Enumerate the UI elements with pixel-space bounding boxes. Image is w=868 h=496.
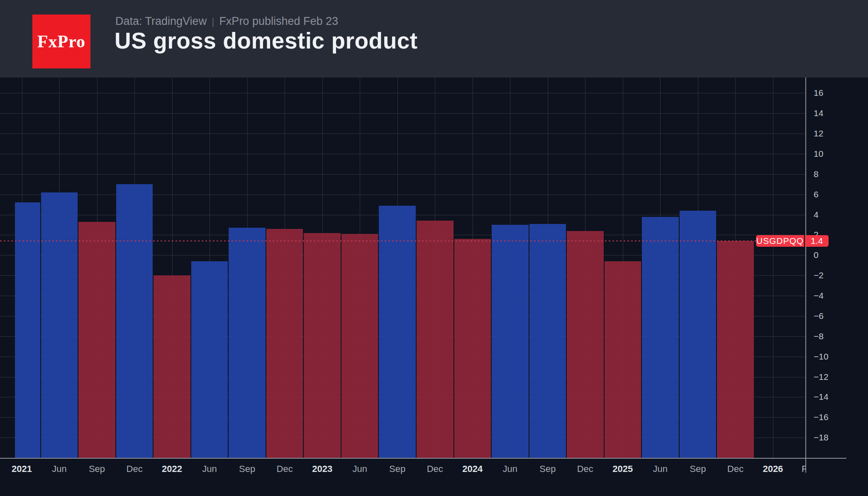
subtitle-separator: | bbox=[207, 16, 219, 27]
symbol-label: USGDPQQ bbox=[756, 235, 804, 247]
time-axis-label: 2021 bbox=[12, 464, 32, 474]
time-axis-label: Jun bbox=[52, 464, 66, 474]
gdp-bar[interactable] bbox=[492, 225, 529, 458]
fxpro-gdp-chart-page: 1614121086420−2−4−6−8−10−12−14−16−18 202… bbox=[0, 0, 868, 496]
last-price-value: 1.4 bbox=[805, 235, 829, 247]
gdp-bar[interactable] bbox=[154, 275, 190, 458]
time-axis-label: 2026 bbox=[763, 464, 783, 474]
time-axis-label: Jun bbox=[352, 464, 367, 474]
time-axis-label: Dec bbox=[727, 464, 744, 474]
gdp-bar[interactable] bbox=[304, 233, 341, 458]
price-axis-tick: −4 bbox=[814, 290, 824, 301]
published-label: FxPro published Feb 23 bbox=[219, 15, 338, 27]
time-axis-label: Sep bbox=[239, 464, 255, 474]
last-price-line bbox=[0, 241, 756, 241]
gdp-bar[interactable] bbox=[454, 239, 491, 458]
gdp-bar[interactable] bbox=[229, 228, 266, 458]
chart-subtitle: Data: TradingView|FxPro published Feb 23 bbox=[115, 15, 338, 28]
gdp-bar[interactable] bbox=[41, 192, 78, 458]
time-axis-label: Jun bbox=[653, 464, 668, 474]
price-axis-tick: 14 bbox=[814, 108, 823, 119]
time-axis-label: Jun bbox=[202, 464, 217, 474]
time-axis-label: Sep bbox=[690, 464, 706, 474]
gdp-bar[interactable] bbox=[341, 234, 378, 458]
gdp-bar[interactable] bbox=[680, 211, 717, 458]
price-axis-tick: −14 bbox=[814, 391, 829, 402]
price-axis-tick: −16 bbox=[814, 412, 829, 423]
price-axis-tick: −8 bbox=[814, 331, 824, 342]
time-axis-label: Sep bbox=[89, 464, 105, 474]
fxpro-logo-text: FxPro bbox=[37, 32, 85, 51]
gdp-bar[interactable] bbox=[379, 206, 416, 458]
price-axis-tick: 4 bbox=[814, 209, 819, 220]
price-axis-tick: −6 bbox=[814, 311, 824, 321]
gridline-horizontal bbox=[0, 134, 805, 134]
gridline-horizontal bbox=[0, 93, 805, 93]
data-source-label: Data: TradingView bbox=[115, 15, 207, 27]
price-axis-tick: −2 bbox=[814, 270, 824, 281]
time-axis-label: 2024 bbox=[462, 464, 483, 474]
page-title: US gross domestic product bbox=[115, 27, 418, 54]
price-axis-tick: 0 bbox=[814, 250, 819, 260]
price-axis-tick: 8 bbox=[814, 169, 819, 180]
price-axis-tick: −12 bbox=[814, 372, 829, 382]
gdp-bar[interactable] bbox=[529, 224, 566, 458]
time-axis-label: Dec bbox=[577, 464, 593, 474]
time-axis-label: Sep bbox=[389, 464, 405, 474]
gdp-bar[interactable] bbox=[191, 261, 228, 458]
time-axis-label: Jun bbox=[503, 464, 517, 474]
gdp-bar[interactable] bbox=[567, 231, 604, 458]
price-axis-tick: 16 bbox=[814, 88, 823, 98]
fxpro-logo: FxPro bbox=[32, 15, 90, 68]
price-axis-tick: 6 bbox=[814, 189, 819, 200]
time-axis-label: 2022 bbox=[162, 464, 182, 474]
time-axis-label: Dec bbox=[277, 464, 293, 474]
gridline-horizontal bbox=[0, 154, 805, 154]
price-axis-line bbox=[805, 78, 806, 473]
gridline-horizontal bbox=[0, 113, 805, 114]
gdp-bar[interactable] bbox=[717, 241, 754, 458]
gdp-bar[interactable] bbox=[266, 229, 303, 458]
time-axis-label: 2025 bbox=[612, 464, 633, 474]
gdp-bar[interactable] bbox=[605, 261, 641, 458]
gridline-vertical bbox=[773, 78, 773, 458]
time-axis-line bbox=[0, 458, 846, 459]
time-axis-label: Sep bbox=[539, 464, 556, 474]
time-axis-label: Dec bbox=[427, 464, 443, 474]
price-axis-tick: 12 bbox=[814, 128, 823, 139]
time-axis-label-clipped: F bbox=[802, 464, 806, 474]
gdp-bar[interactable] bbox=[642, 217, 679, 459]
gdp-bar[interactable] bbox=[417, 221, 454, 458]
header: FxPro Data: TradingView|FxPro published … bbox=[0, 0, 868, 78]
price-axis-tick: 10 bbox=[814, 148, 823, 159]
gdp-bar[interactable] bbox=[78, 222, 115, 458]
time-axis-label: Dec bbox=[127, 464, 143, 474]
time-axis-label: 2023 bbox=[312, 464, 332, 474]
price-axis-tick: −18 bbox=[814, 432, 829, 443]
last-price-tag: USGDPQQ 1.4 bbox=[756, 235, 829, 247]
gdp-bar[interactable] bbox=[116, 184, 153, 458]
price-axis-tick: −10 bbox=[814, 351, 829, 362]
gridline-horizontal bbox=[0, 174, 805, 175]
